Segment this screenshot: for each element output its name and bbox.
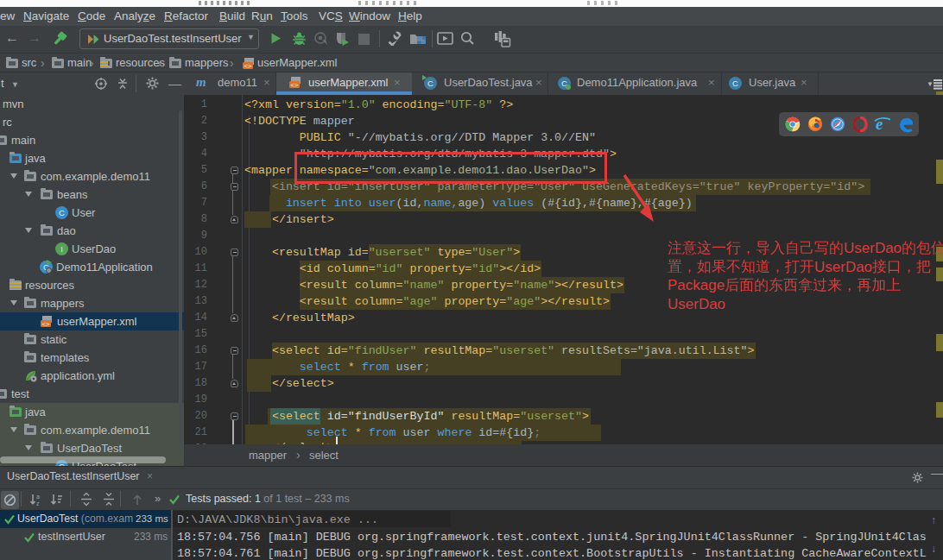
svg-text:UserDao: UserDao bbox=[844, 240, 902, 256]
svg-text:z: z bbox=[36, 500, 40, 507]
svg-text:<>: <> bbox=[42, 321, 51, 328]
svg-text:<>: <> bbox=[291, 82, 300, 89]
svg-text:Package: Package bbox=[668, 277, 725, 293]
svg-text:<>: <> bbox=[244, 63, 253, 70]
svg-text:UserDao: UserDao bbox=[668, 296, 725, 312]
svg-text:a: a bbox=[36, 494, 40, 500]
svg-text:UserDao: UserDao bbox=[814, 259, 872, 275]
